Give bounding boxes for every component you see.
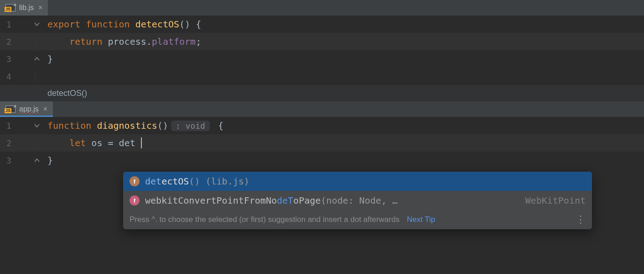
gutter: 2	[0, 37, 39, 47]
gutter: 2	[0, 138, 39, 148]
code-content[interactable]: return process.platform;	[39, 36, 201, 47]
top-editor-pane: JS lib.js × 1export function detectOS() …	[0, 0, 644, 101]
code-line[interactable]: 3}	[0, 152, 644, 169]
tab-filename: lib.js	[19, 4, 34, 12]
function-badge-icon: f	[130, 195, 140, 206]
code-content[interactable]: function diagnostics(): void {	[39, 120, 223, 131]
tab-app-js[interactable]: JS app.js ×	[0, 101, 53, 117]
js-file-icon: JS	[5, 105, 16, 113]
tab-lib-js[interactable]: JS lib.js ×	[0, 0, 48, 16]
completion-type: WebKitPoint	[525, 195, 586, 206]
tab-bar-top: JS lib.js ×	[0, 0, 644, 16]
code-content[interactable]: }	[39, 53, 53, 64]
completion-label: detectOS() (lib.js)	[145, 176, 249, 187]
completion-hint-text: Press ^. to choose the selected (or firs…	[130, 215, 400, 224]
more-icon[interactable]: ⋮	[576, 216, 586, 222]
tab-bar-bottom: JS app.js ×	[0, 101, 644, 117]
fold-open-icon[interactable]	[34, 122, 40, 129]
breadcrumb[interactable]: detectOS()	[0, 85, 644, 101]
code-content[interactable]: let os = det	[39, 137, 135, 148]
code-content[interactable]: export function detectOS() {	[39, 19, 201, 30]
gutter: 4	[0, 72, 39, 81]
tab-filename: app.js	[19, 105, 39, 113]
close-icon[interactable]: ×	[42, 105, 48, 113]
close-icon[interactable]: ×	[37, 4, 43, 11]
function-badge-icon: f	[130, 176, 140, 186]
code-line[interactable]: 4	[0, 68, 644, 85]
code-editor-bottom[interactable]: 1function diagnostics(): void {2 let os …	[0, 117, 644, 169]
gutter: 1	[0, 121, 39, 131]
code-line[interactable]: 2 return process.platform;	[0, 33, 644, 50]
code-content[interactable]: }	[39, 155, 53, 166]
code-line[interactable]: 1export function detectOS() {	[0, 16, 644, 33]
gutter: 3	[0, 54, 39, 64]
gutter: 3	[0, 156, 39, 165]
completion-item[interactable]: fwebkitConvertPointFromNodeToPage(node: …	[123, 191, 592, 210]
code-line[interactable]: 1function diagnostics(): void {	[0, 117, 644, 134]
completion-popup: fdetectOS() (lib.js)fwebkitConvertPointF…	[123, 172, 592, 229]
gutter: 1	[0, 20, 39, 29]
fold-open-icon[interactable]	[34, 21, 40, 27]
completion-item[interactable]: fdetectOS() (lib.js)	[123, 172, 592, 191]
code-line[interactable]: 2 let os = det	[0, 134, 644, 152]
bottom-editor-pane: JS app.js × 1function diagnostics(): voi…	[0, 101, 644, 169]
code-editor-top[interactable]: 1export function detectOS() {2 return pr…	[0, 16, 644, 85]
completion-footer: Press ^. to choose the selected (or firs…	[123, 210, 592, 229]
js-file-icon: JS	[5, 4, 16, 11]
fold-close-icon[interactable]	[34, 157, 40, 163]
completion-label: webkitConvertPointFromNodeToPage(node: N…	[145, 195, 398, 206]
next-tip-link[interactable]: Next Tip	[407, 215, 435, 224]
code-line[interactable]: 3}	[0, 50, 644, 68]
fold-close-icon[interactable]	[34, 56, 40, 62]
